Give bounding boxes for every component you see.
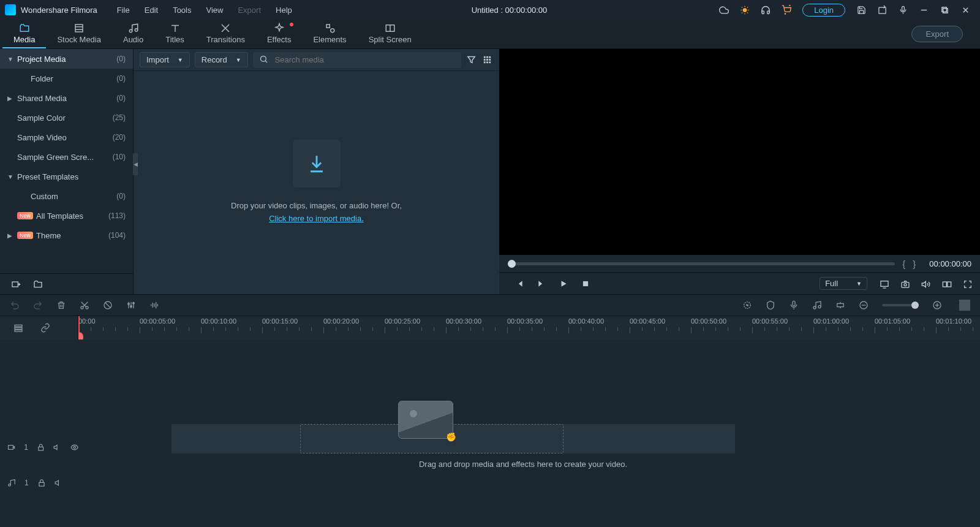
stop-icon[interactable] — [581, 279, 590, 288]
sidebar-item-sample-color[interactable]: Sample Color(25) — [0, 108, 133, 127]
sidebar-item-preset-templates[interactable]: ▼Preset Templates — [0, 167, 133, 186]
mark-in-icon[interactable]: { — [902, 259, 905, 269]
open-icon[interactable] — [877, 5, 887, 15]
svg-point-16 — [330, 28, 334, 32]
tracks-area[interactable]: 1 1 ✊ Drag and drop media and effects he… — [0, 339, 980, 527]
lock-icon[interactable] — [37, 479, 46, 487]
tab-titles[interactable]: Titles — [154, 19, 195, 48]
filter-icon[interactable] — [466, 55, 477, 66]
delete-icon[interactable] — [56, 300, 66, 310]
next-frame-icon[interactable] — [537, 279, 546, 288]
audio-wave-icon[interactable] — [149, 300, 159, 310]
zoom-thumb[interactable] — [911, 301, 919, 309]
render-icon[interactable] — [742, 300, 752, 310]
sidebar-item-theme[interactable]: ▶NewTheme(104) — [0, 226, 133, 245]
shapes-icon — [325, 23, 336, 34]
record-dropdown[interactable]: Record ▼ — [195, 52, 248, 67]
ruler-head — [0, 316, 78, 339]
add-media-icon[interactable] — [11, 279, 21, 289]
marker-icon[interactable] — [766, 300, 775, 310]
svg-rect-25 — [484, 59, 486, 61]
mixer-icon[interactable] — [812, 300, 822, 310]
tab-split-screen[interactable]: Split Screen — [358, 19, 423, 48]
compare-icon[interactable] — [942, 279, 951, 288]
close-icon[interactable] — [960, 5, 970, 15]
search-input[interactable] — [275, 55, 455, 64]
save-icon[interactable] — [856, 5, 866, 15]
menu-view[interactable]: View — [198, 6, 230, 15]
playhead[interactable] — [78, 316, 80, 339]
grid-view-icon[interactable] — [482, 55, 493, 66]
keyframe-icon[interactable] — [835, 300, 845, 310]
play-icon[interactable] — [559, 279, 568, 288]
menu-tools[interactable]: Tools — [165, 6, 198, 15]
tab-transitions[interactable]: Transitions — [195, 19, 256, 48]
ruler-track[interactable]: 00:0000:00:05:0000:00:10:0000:00:15:0000… — [78, 316, 980, 339]
sidebar-item-sample-video[interactable]: Sample Video(20) — [0, 127, 133, 147]
svg-rect-6 — [941, 7, 946, 11]
record-label: Record — [202, 55, 227, 64]
cart-icon[interactable] — [782, 5, 791, 15]
snapshot-icon[interactable] — [900, 279, 909, 288]
tab-effects[interactable]: Effects — [256, 19, 303, 48]
media-toolbar: Import ▼ Record ▼ — [134, 49, 499, 71]
cloud-icon[interactable] — [719, 5, 729, 15]
tab-media[interactable]: Media — [2, 19, 46, 48]
redo-icon[interactable] — [33, 300, 43, 310]
quality-dropdown[interactable]: Full ▼ — [820, 277, 867, 290]
mark-out-icon[interactable]: } — [913, 259, 916, 269]
sidebar-item-project-media[interactable]: ▼Project Media(0) — [0, 49, 133, 69]
import-tile[interactable] — [293, 140, 341, 188]
sidebar-item-custom[interactable]: Custom(0) — [0, 186, 133, 206]
new-folder-icon[interactable] — [33, 279, 43, 289]
zoom-slider[interactable] — [882, 304, 919, 306]
menu-file[interactable]: File — [110, 6, 137, 15]
zoom-fit-icon[interactable] — [959, 300, 970, 311]
voiceover-icon[interactable] — [789, 300, 799, 310]
menu-edit[interactable]: Edit — [137, 6, 165, 15]
video-track-icon — [7, 443, 15, 452]
tab-label: Audio — [123, 35, 143, 44]
lightbulb-icon[interactable] — [740, 5, 750, 15]
import-dropdown[interactable]: Import ▼ — [140, 52, 190, 67]
music-icon — [128, 23, 139, 34]
sidebar-item-shared-media[interactable]: ▶Shared Media(0) — [0, 88, 133, 108]
cut-icon[interactable] — [80, 300, 89, 310]
maximize-icon[interactable] — [940, 5, 949, 15]
headset-icon[interactable] — [761, 5, 771, 15]
mute-icon[interactable] — [53, 443, 61, 452]
adjust-icon[interactable] — [126, 300, 136, 310]
undo-icon[interactable] — [10, 300, 20, 310]
mute-icon[interactable] — [55, 479, 63, 487]
volume-icon[interactable] — [921, 279, 930, 288]
tab-stock-media[interactable]: Stock Media — [46, 19, 112, 48]
scrubber-thumb[interactable] — [508, 260, 516, 268]
menu-help[interactable]: Help — [268, 6, 300, 15]
eye-icon[interactable] — [70, 443, 78, 452]
collapse-sidebar-handle[interactable]: ◀ — [133, 153, 138, 175]
svg-point-54 — [747, 305, 748, 306]
mic-icon[interactable] — [898, 5, 908, 15]
sidebar-item-folder[interactable]: Folder(0) — [0, 69, 133, 88]
link-icon[interactable] — [40, 323, 50, 333]
menu-export[interactable]: Export — [230, 6, 268, 15]
crop-icon[interactable] — [103, 300, 113, 310]
lock-icon[interactable] — [37, 443, 45, 452]
import-link[interactable]: Click here to import media. — [269, 214, 364, 223]
minimize-icon[interactable] — [919, 5, 929, 15]
svg-rect-22 — [484, 56, 486, 58]
scrubber-track[interactable] — [508, 262, 895, 265]
fullscreen-icon[interactable] — [963, 279, 971, 288]
export-button[interactable]: Export — [911, 26, 963, 42]
track-manager-icon[interactable] — [13, 323, 23, 333]
display-icon[interactable] — [880, 279, 888, 288]
sidebar-item-all-templates[interactable]: NewAll Templates(113) — [0, 206, 133, 226]
tab-audio[interactable]: Audio — [112, 19, 154, 48]
prev-frame-icon[interactable] — [515, 279, 524, 288]
zoom-out-icon[interactable] — [859, 300, 869, 310]
zoom-in-icon[interactable] — [932, 300, 942, 310]
login-button[interactable]: Login — [802, 4, 845, 17]
media-drop-zone[interactable]: Drop your video clips, images, or audio … — [134, 71, 499, 294]
sidebar-item-sample-green-scre-[interactable]: Sample Green Scre...(10) — [0, 147, 133, 167]
tab-elements[interactable]: Elements — [302, 19, 357, 48]
